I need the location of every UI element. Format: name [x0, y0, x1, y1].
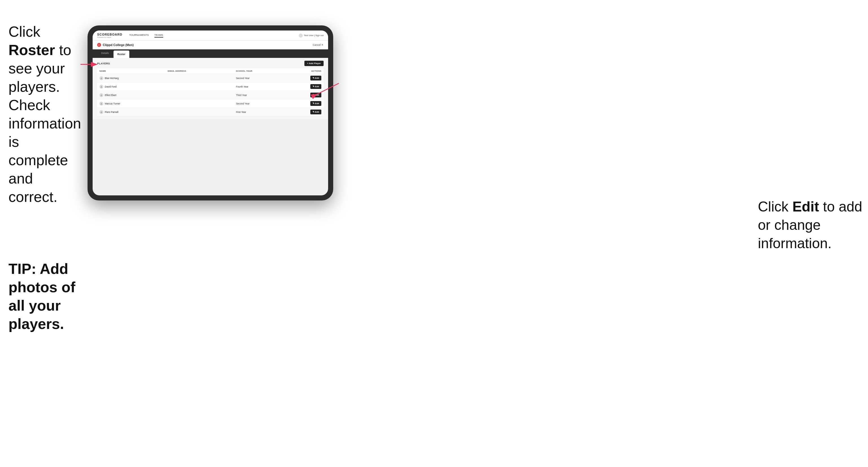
svg-point-3	[101, 103, 102, 104]
player-name: David Ford	[105, 85, 117, 88]
logo-text: SCOREBOARD	[97, 33, 122, 36]
tab-details[interactable]: Details	[97, 50, 113, 58]
roster-arrow	[79, 59, 102, 70]
header-right: Test User | Sign out	[299, 34, 323, 37]
user-avatar	[299, 34, 303, 37]
person-icon	[100, 111, 102, 113]
svg-point-1	[101, 86, 102, 87]
col-email: EMAIL ADDRESS	[168, 70, 236, 72]
col-actions: ACTIONS	[287, 70, 321, 72]
add-player-button[interactable]: + Add Player	[304, 61, 323, 66]
tip-text: TIP: Add photos of all your players.	[0, 254, 88, 339]
player-name-cell: Elliot Ebert	[99, 93, 168, 97]
table-row: Marcus Turner Second Year ✎ Edit	[97, 99, 323, 108]
tabs-bar: Details Roster	[93, 50, 328, 58]
team-name: Clippd College (Men)	[103, 43, 133, 46]
person-icon	[100, 94, 102, 96]
player-name-cell: Marcus Turner	[99, 102, 168, 105]
edit-button[interactable]: ✎ Edit	[310, 76, 321, 81]
table-row: Piers Parnell First Year ✎ Edit	[97, 108, 323, 116]
nav-links: TOURNAMENTS TEAMS	[129, 34, 163, 37]
person-icon	[100, 102, 102, 105]
right-instruction-text: Click Edit to add or change information.	[758, 198, 865, 253]
nav-teams[interactable]: TEAMS	[154, 34, 163, 37]
svg-point-0	[101, 77, 102, 78]
team-logo-icon: C	[97, 43, 101, 47]
person-icon	[100, 77, 102, 79]
school-year: Third Year	[236, 94, 287, 97]
tip-label: TIP: Add photos of all your players.	[8, 260, 79, 333]
right-instructions: Click Edit to add or change information.	[758, 198, 865, 253]
table-row: David Ford Fourth Year ✎ Edit	[97, 83, 323, 91]
avatar	[99, 110, 103, 114]
table-row: Elliot Ebert Third Year ✎ Edit	[97, 91, 323, 99]
table-row: Blair McHarg Second Year ✎ Edit	[97, 74, 323, 83]
roster-table: NAME EMAIL ADDRESS SCHOOL YEAR ACTIONS B…	[97, 68, 323, 116]
school-year: Fourth Year	[236, 85, 287, 88]
edit-arrow	[311, 81, 344, 103]
players-header: PLAYERS + Add Player	[97, 61, 323, 66]
header-left: SCOREBOARD Powered by clippd TOURNAMENTS…	[97, 33, 163, 38]
left-instructions: Click Roster to see your players. Check …	[0, 17, 82, 212]
player-name: Elliot Ebert	[105, 94, 116, 97]
player-name: Piers Parnell	[105, 111, 118, 114]
avatar	[99, 93, 103, 97]
table-header: NAME EMAIL ADDRESS SCHOOL YEAR ACTIONS	[97, 68, 323, 74]
left-instruction-text: Click Roster to see your players. Check …	[8, 23, 73, 206]
cancel-button[interactable]: Cancel ✕	[313, 43, 323, 46]
tablet-frame: SCOREBOARD Powered by clippd TOURNAMENTS…	[88, 25, 333, 200]
team-name-area: C Clippd College (Men)	[97, 43, 133, 47]
tab-roster[interactable]: Roster	[114, 51, 130, 58]
player-name-cell: David Ford	[99, 85, 168, 89]
players-section: PLAYERS + Add Player NAME EMAIL ADDRESS …	[93, 58, 328, 119]
svg-point-4	[101, 111, 102, 112]
logo-sub: Powered by clippd	[97, 36, 122, 38]
avatar	[99, 85, 103, 89]
col-name: NAME	[99, 70, 168, 72]
svg-point-2	[101, 94, 102, 95]
avatar	[99, 102, 103, 105]
school-year: Second Year	[236, 102, 287, 105]
player-name: Blair McHarg	[105, 77, 119, 80]
team-header: C Clippd College (Men) Cancel ✕	[93, 41, 328, 50]
school-year: Second Year	[236, 77, 287, 80]
app-header: SCOREBOARD Powered by clippd TOURNAMENTS…	[93, 31, 328, 41]
player-name-cell: Piers Parnell	[99, 110, 168, 114]
school-year: First Year	[236, 111, 287, 114]
user-label: Test User | Sign out	[304, 34, 323, 37]
col-school-year: SCHOOL YEAR	[236, 70, 287, 72]
actions-cell: ✎ Edit	[287, 76, 321, 81]
person-icon	[100, 86, 102, 88]
nav-tournaments[interactable]: TOURNAMENTS	[129, 34, 149, 37]
actions-cell: ✎ Edit	[287, 110, 321, 114]
avatar	[99, 76, 103, 80]
logo-area: SCOREBOARD Powered by clippd	[97, 33, 122, 38]
tablet-screen: SCOREBOARD Powered by clippd TOURNAMENTS…	[93, 31, 328, 195]
player-name-cell: Blair McHarg	[99, 76, 168, 80]
player-name: Marcus Turner	[105, 102, 120, 105]
edit-button[interactable]: ✎ Edit	[310, 110, 321, 114]
